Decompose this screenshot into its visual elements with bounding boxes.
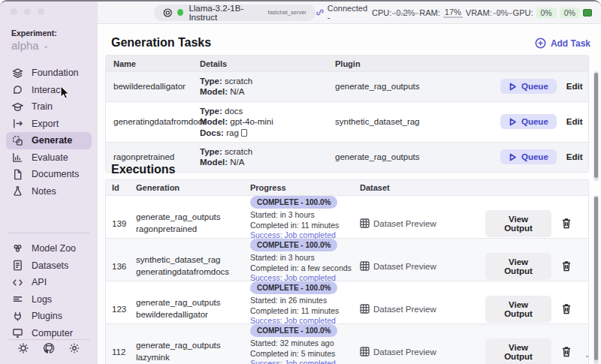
- view-output-button[interactable]: View Output: [485, 338, 551, 364]
- dataset-preview-button[interactable]: Dataset Preview: [360, 304, 485, 314]
- sidebar-item-train[interactable]: Train: [6, 98, 92, 116]
- ram-label: RAM:: [419, 8, 440, 17]
- column-header-name: Name: [106, 59, 192, 68]
- delete-execution-button[interactable]: [561, 260, 572, 272]
- plus-circle-icon: [535, 38, 546, 49]
- queue-label: Queue: [521, 82, 548, 91]
- task-name: generatingdatafromdocs: [106, 113, 192, 130]
- detail-value: docs: [225, 107, 243, 116]
- edit-button[interactable]: Edit: [566, 82, 583, 91]
- code-icon: [12, 277, 23, 288]
- generation-plugin: generate_rag_outputs: [136, 297, 244, 309]
- engine-badge: fastchat_server: [268, 9, 307, 16]
- sidebar-item-documents[interactable]: Documents: [6, 166, 92, 183]
- model-name: Llama-3.2-1B-Instruct: [189, 4, 262, 22]
- tasks-scrollbar[interactable]: [593, 71, 599, 181]
- sidebar-item-plugins[interactable]: Plugins: [6, 308, 92, 325]
- task-name: bewilderedalligator: [106, 78, 192, 95]
- view-output-button[interactable]: View Output: [485, 296, 551, 323]
- task-details: Type: scratch Model: N/A: [192, 143, 328, 172]
- delete-execution-button[interactable]: [561, 303, 572, 314]
- table-grid-icon: [360, 261, 370, 271]
- detail-value: rag: [226, 128, 239, 137]
- detail-label: Model:: [200, 158, 228, 167]
- sidebar-item-foundation[interactable]: Foundation: [6, 65, 92, 82]
- edit-button[interactable]: Edit: [566, 117, 583, 126]
- generation-task: lazymink: [136, 352, 244, 364]
- sidebar-item-interact[interactable]: Interact: [6, 82, 92, 99]
- sidebar-item-datasets[interactable]: Datasets: [6, 257, 92, 275]
- sidebar-item-label: Plugins: [32, 311, 62, 321]
- dataset-preview-button[interactable]: Dataset Preview: [360, 218, 485, 228]
- delete-execution-button[interactable]: [561, 346, 572, 357]
- sidebar-item-label: Interact: [32, 85, 63, 95]
- completed-text: Completed in: 11 minutes: [250, 221, 354, 231]
- task-plugin: synthetic_dataset_rag: [328, 113, 500, 130]
- generation-task: generatingdatafromdocs: [136, 266, 244, 278]
- sidebar: Experiment: alpha ⌄ Foundation Interact …: [0, 2, 98, 364]
- detail-label: Type:: [200, 107, 222, 116]
- generation-task: bewilderedalligator: [136, 309, 244, 321]
- add-task-label: Add Task: [551, 38, 590, 49]
- github-icon[interactable]: [43, 342, 55, 354]
- sidebar-item-model-zoo[interactable]: Model Zoo: [6, 240, 92, 257]
- column-header-generation: Generation: [130, 183, 244, 192]
- status-badge: COMPLETE - 100.0%: [250, 324, 337, 337]
- edit-button[interactable]: Edit: [566, 152, 583, 161]
- dataset-preview-button[interactable]: Dataset Preview: [360, 347, 485, 356]
- dataset-preview-label: Dataset Preview: [373, 219, 436, 228]
- queue-button[interactable]: Queue: [500, 114, 557, 129]
- scrollbar-thumb[interactable]: [594, 73, 598, 178]
- sidebar-item-logs[interactable]: Logs: [6, 291, 92, 308]
- window-controls[interactable]: [11, 8, 44, 15]
- sidebar-item-evaluate[interactable]: Evaluate: [6, 149, 92, 167]
- play-icon: [509, 118, 517, 126]
- queue-button[interactable]: Queue: [500, 149, 557, 164]
- started-text: Started: in 3 hours: [250, 210, 354, 221]
- sidebar-item-generate[interactable]: Generate: [6, 132, 92, 149]
- generation-plugin: synthetic_dataset_rag: [136, 254, 244, 266]
- queue-button[interactable]: Queue: [500, 79, 557, 94]
- executions-title: Executions: [111, 163, 175, 176]
- view-output-button[interactable]: View Output: [485, 253, 551, 280]
- export-icon: [12, 118, 23, 129]
- status-badge: COMPLETE - 100.0%: [250, 196, 337, 209]
- theme-sun-icon[interactable]: [17, 342, 29, 354]
- gear-icon[interactable]: [68, 342, 80, 354]
- detail-label: Model:: [200, 117, 228, 126]
- column-header-progress: Progress: [244, 183, 354, 192]
- sidebar-item-notes[interactable]: Notes: [6, 183, 92, 200]
- minimize-window-button[interactable]: [24, 8, 31, 15]
- executions-scrollbar[interactable]: [593, 195, 599, 364]
- doc-mini-icon: [241, 129, 247, 137]
- detail-label: Type:: [200, 147, 222, 156]
- vram-value: 9%: [495, 8, 510, 17]
- sidebar-item-api[interactable]: API: [6, 274, 92, 291]
- close-window-button[interactable]: [11, 8, 17, 15]
- execution-generation: synthetic_dataset_rag generatingdatafrom…: [130, 254, 244, 278]
- flask-icon: [12, 185, 23, 197]
- maximize-window-button[interactable]: [38, 8, 44, 15]
- scrollbar-thumb[interactable]: [594, 197, 598, 360]
- view-output-button[interactable]: View Output: [485, 210, 551, 237]
- experiment-selector[interactable]: alpha ⌄: [11, 39, 49, 52]
- sidebar-item-label: Train: [32, 101, 53, 112]
- sidebar-item-label: Notes: [32, 186, 56, 197]
- sidebar-item-label: Documents: [32, 169, 79, 179]
- table-row: ragonpretrained Type: scratch Model: N/A…: [106, 142, 588, 172]
- running-model-pill[interactable]: Llama-3.2-1B-Instruct fastchat_server: [154, 5, 316, 21]
- table-grid-icon: [360, 347, 370, 356]
- delete-execution-button[interactable]: [561, 218, 572, 229]
- column-header-plugin: Plugin: [328, 59, 500, 68]
- add-task-button[interactable]: Add Task: [535, 38, 590, 49]
- sidebar-item-label: Logs: [32, 294, 52, 305]
- gpu-label: GPU:: [513, 8, 533, 17]
- generation-task: ragonpretrained: [136, 224, 244, 236]
- generation-plugin: generate_rag_outputs: [136, 212, 244, 224]
- dataset-preview-button[interactable]: Dataset Preview: [360, 261, 485, 271]
- sidebar-item-export[interactable]: Export: [6, 116, 92, 133]
- detail-label: Docs:: [200, 128, 224, 137]
- task-details: Type: docs Model: gpt-4o-mini Docs: rag: [192, 102, 328, 142]
- detail-value: scratch: [225, 77, 252, 86]
- generation-tasks-table: Name Details Plugin bewilderedalligator …: [105, 55, 589, 173]
